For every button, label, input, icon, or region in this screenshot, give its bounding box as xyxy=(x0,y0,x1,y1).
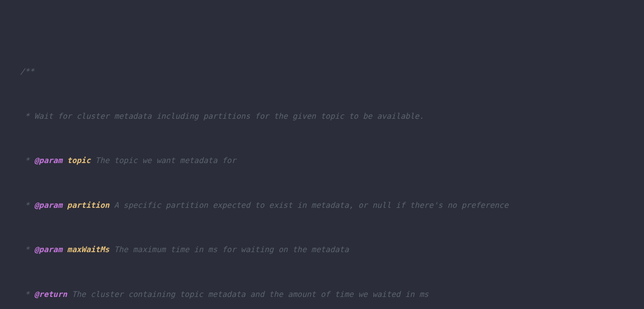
doc-param-topic: * @param topic The topic we want metadat… xyxy=(0,153,644,169)
doc-param-partition: * @param partition A specific partition … xyxy=(0,198,644,213)
doc-line-1: * Wait for cluster metadata including pa… xyxy=(0,109,644,124)
doc-open: /** xyxy=(0,64,644,80)
doc-return: * @return The cluster containing topic m… xyxy=(0,287,644,302)
code-editor[interactable]: /** * Wait for cluster metadata includin… xyxy=(0,0,644,309)
doc-param-maxwaitms: * @param maxWaitMs The maximum time in m… xyxy=(0,243,644,258)
